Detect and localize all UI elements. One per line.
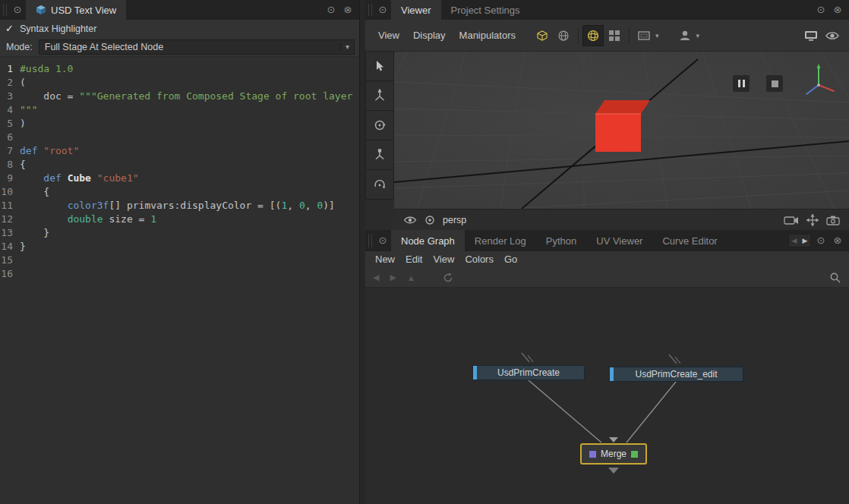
rotate-tool-button[interactable] [365,110,394,140]
cube-outline-icon [535,28,550,43]
output-swatch-icon [631,451,638,458]
syntax-highlighter-checkbox[interactable]: ✓ [5,23,15,34]
panel-restore-icon[interactable]: ⊙ [815,4,827,16]
pan-icon[interactable] [806,214,819,226]
panel-close-icon[interactable]: ⊗ [832,235,844,247]
translate-tool-button[interactable] [365,80,394,111]
visibility-button[interactable] [822,25,843,46]
code-line: 1#usda 1.0 [0,62,359,76]
code-line: 7def "root" [0,144,359,158]
scale-tool-button[interactable] [365,140,394,170]
code-line: 11 color3f[] primvars:displayColor = [(1… [0,199,359,213]
environment-button[interactable] [553,25,574,46]
nav-up-icon[interactable]: ▲ [407,273,415,282]
stop-render-button[interactable] [766,75,783,92]
scale-icon [373,148,387,162]
view-mask-button[interactable] [633,25,655,46]
code-text: { [20,185,49,199]
eye-icon[interactable] [403,215,417,225]
panel-drag-grip[interactable] [3,4,7,16]
panel-splitter[interactable] [360,0,365,504]
panel-restore-icon[interactable]: ⊙ [325,4,337,16]
menu-display[interactable]: Display [406,27,453,45]
panel-close-icon[interactable]: ⊗ [832,4,844,16]
mode-label: Mode: [6,42,33,52]
tab-uv-viewer[interactable]: UV Viewer [586,230,652,251]
line-number: 16 [0,267,20,281]
camera-name[interactable]: persp [443,215,466,225]
node-usdprimcreate[interactable]: UsdPrimCreate [472,365,585,380]
panel-close-icon[interactable]: ⊗ [342,4,354,16]
viewport-status-bar: persp [394,209,849,230]
node-usdprimcreate-edit[interactable]: UsdPrimCreate_edit [609,367,743,382]
refresh-icon[interactable] [443,272,453,283]
axis-gizmo[interactable] [799,61,838,103]
merge-input-marker [609,437,618,443]
node-label: UsdPrimCreate [497,367,560,378]
pause-render-button[interactable] [733,75,750,92]
tab-node-graph[interactable]: Node Graph [391,230,465,251]
pivot-tool-button[interactable] [365,169,394,200]
tab-label: UV Viewer [596,235,642,247]
wireframe-sphere-button[interactable] [582,25,604,46]
tiles-icon [608,29,621,43]
nav-back-icon[interactable]: ◀ [373,272,379,282]
select-tool-button[interactable] [365,51,394,81]
code-text: ) [20,117,26,131]
code-token: ) [20,118,26,129]
shaded-cube-button[interactable] [532,25,553,46]
tab-viewer[interactable]: Viewer [391,0,441,20]
code-text: color3f[] primvars:displayColor = [(1, 0… [20,199,335,213]
node-graph-canvas[interactable]: UsdPrimCreate UsdPrimCreate_edit Merge [365,288,849,504]
node-graph-menubar: New Edit View Colors Go [365,251,849,268]
panel-float-icon[interactable]: ⊙ [377,4,389,16]
code-line: 2( [0,76,359,90]
panel-restore-icon[interactable]: ⊙ [815,235,827,247]
node-merge[interactable]: Merge [580,443,647,465]
search-icon[interactable] [829,272,841,284]
menu-go[interactable]: Go [499,250,522,269]
tab-label: Viewer [401,5,431,16]
panel-float-icon[interactable]: ⊙ [377,235,389,247]
tab-scroll-left-icon[interactable]: ◀ [789,237,800,244]
panel-drag-grip[interactable] [368,4,372,16]
menu-manipulators[interactable]: Manipulators [453,27,522,45]
chevron-down-icon[interactable]: ▾ [655,32,659,39]
menu-view[interactable]: View [371,27,406,45]
app-window: ⊙ USD Text View ⊙ ⊗ ✓ Syntax Highlighter… [0,0,849,504]
tab-label: Node Graph [401,235,455,247]
usda-code-editor[interactable]: 1#usda 1.02(3 doc = """Generated from Co… [0,57,359,504]
menu-new[interactable]: New [370,250,400,269]
tab-curve-editor[interactable]: Curve Editor [652,230,727,251]
exposure-icon[interactable] [784,215,799,225]
layout-tiles-button[interactable] [604,25,625,46]
tab-render-log[interactable]: Render Log [465,230,536,251]
tab-usd-text-view[interactable]: USD Text View [26,0,126,20]
chevron-down-icon[interactable]: ▾ [696,32,700,39]
chevron-down-icon[interactable]: ▾ [340,43,354,51]
viewport-3d[interactable] [394,52,849,209]
camera-select-button[interactable] [674,25,696,46]
tabbar-spacer [727,230,787,251]
nav-forward-icon[interactable]: ▶ [390,272,396,282]
tab-scroll-right-icon[interactable]: ▶ [800,237,810,244]
line-number: 7 [0,144,20,158]
mode-dropdown[interactable]: Full Stage At Selected Node ▾ [39,39,355,55]
code-token: } [20,241,26,252]
menu-colors[interactable]: Colors [459,250,499,269]
tab-project-settings[interactable]: Project Settings [441,0,530,20]
panel-drag-grip[interactable] [368,234,372,247]
capture-camera-icon[interactable] [826,215,840,225]
code-line: 9 def Cube "cube1" [0,172,359,185]
cube-3d[interactable] [595,100,650,152]
syntax-highlighter-label: Syntax Highlighter [20,24,96,34]
panel-float-icon[interactable]: ⊙ [11,4,24,16]
tab-label: Python [546,235,576,247]
tab-python[interactable]: Python [536,230,586,251]
menu-edit[interactable]: Edit [400,250,428,269]
camera-settings-icon[interactable] [424,215,435,225]
line-number: 3 [0,90,20,103]
code-text: """ [20,103,37,117]
menu-view[interactable]: View [428,250,459,269]
display-output-button[interactable] [800,25,822,46]
